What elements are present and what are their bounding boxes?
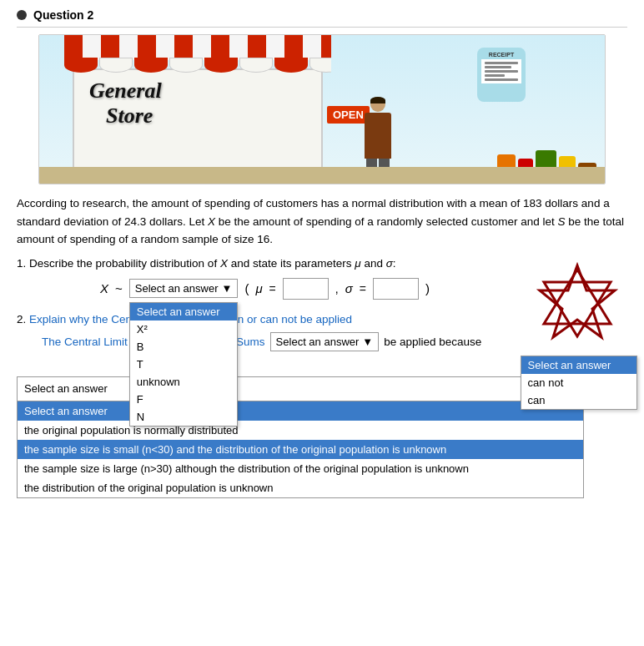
equals1: = [269, 282, 276, 295]
distribution-option-B[interactable]: B [130, 338, 237, 356]
reason-option-normal[interactable]: the original population is normally dist… [18, 421, 583, 440]
mu-input[interactable] [283, 278, 329, 300]
reason-option-large[interactable]: the sample size is large (n>30) although… [18, 459, 583, 478]
open-paren: ( [244, 281, 249, 295]
reason-select-bar[interactable]: Select an answer ▼ [18, 377, 583, 401]
reason-option-select[interactable]: Select an answer [18, 401, 583, 421]
sigma-input[interactable] [373, 278, 419, 300]
clt-dropdown[interactable]: Select an answer ▼ [270, 332, 380, 351]
distribution-row: X ~ Select an answer ▼ Select an answer … [100, 278, 627, 300]
clt-dropdown-container: Select an answer ▼ Select an answer can … [270, 332, 380, 351]
distribution-option-N[interactable]: N [130, 408, 237, 426]
reason-selected-text: Select an answer [24, 382, 108, 395]
comma: , [335, 282, 339, 295]
clt-option-can[interactable]: can [521, 391, 636, 409]
question-header: Question 2 [17, 8, 627, 28]
section2: 2. Explain why the Central Limit Theorem… [17, 313, 627, 498]
distribution-dropdown[interactable]: Select an answer ▼ [129, 279, 239, 298]
tilde-symbol: ~ [115, 281, 123, 295]
mu-label: μ [255, 281, 262, 295]
store-image: General Store OPEN RECEIPT [38, 34, 606, 184]
clt-option-select[interactable]: Select an answer [521, 356, 636, 374]
x-variable: X [100, 281, 108, 295]
sigma-label: σ [345, 281, 353, 295]
be-applied-text: be applied because [384, 336, 481, 348]
dropdown-arrow-icon: ▼ [222, 282, 233, 295]
reason-option-small[interactable]: the sample size is small (n<30) and the … [18, 440, 583, 459]
distribution-option-T[interactable]: T [130, 356, 237, 373]
distribution-option-F[interactable]: F [130, 391, 237, 408]
description-text: According to research, the amount of spe… [17, 194, 627, 249]
open-sign: OPEN [327, 106, 370, 124]
distribution-option-select[interactable]: Select an answer [130, 303, 237, 320]
clt-option-cannot[interactable]: can not [521, 374, 636, 391]
reason-dropdown-list: Select an answer the original population… [18, 401, 583, 497]
clt-dropdown-list: Select an answer can not can [521, 356, 637, 410]
clt-selected: Select an answer [276, 336, 360, 348]
close-paren: ) [425, 281, 430, 295]
store-sign: General Store [89, 78, 162, 129]
reason-option-unknown[interactable]: the distribution of the original populat… [18, 478, 583, 497]
distribution-selected: Select an answer [135, 282, 219, 295]
svg-marker-0 [540, 265, 615, 337]
equals2: = [360, 282, 366, 295]
distribution-option-x2[interactable]: X² [130, 320, 237, 338]
distribution-dropdown-container: Select an answer ▼ Select an answer X² B… [129, 279, 239, 298]
distribution-dropdown-list: Select an answer X² B T unknown F N [129, 302, 238, 426]
question-bullet [17, 10, 27, 20]
distribution-option-unknown[interactable]: unknown [130, 373, 237, 391]
reason-dropdown-container: Select an answer ▼ Select an answer the … [17, 376, 584, 498]
question-title: Question 2 [33, 8, 93, 22]
clt-dropdown-arrow-icon: ▼ [362, 336, 373, 348]
receipt-bubble: RECEIPT [477, 48, 526, 102]
